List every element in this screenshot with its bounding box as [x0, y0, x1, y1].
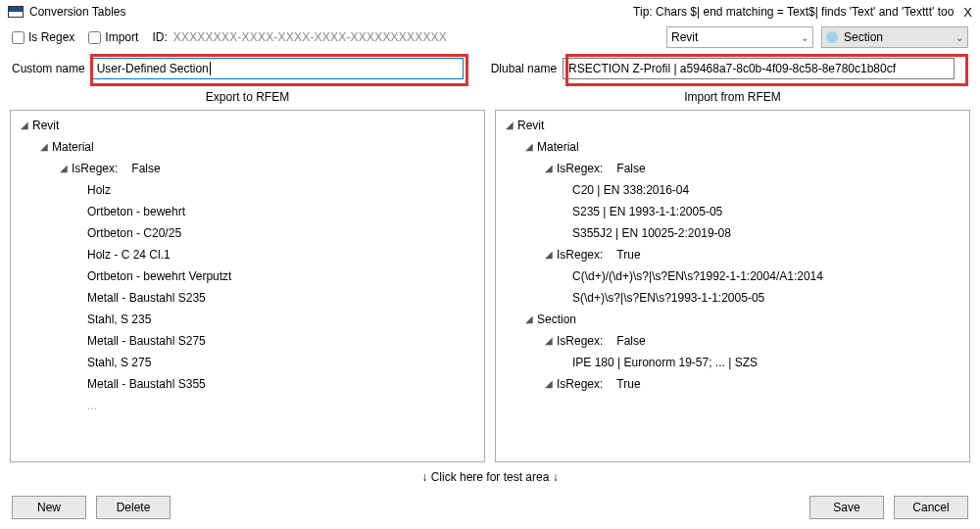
tree-leaf[interactable]: Ortbeton - bewehrt Verputzt: [17, 265, 478, 287]
tip-text: Tip: Chars $| end matching = Text$| find…: [633, 5, 954, 19]
import-checkbox[interactable]: Import: [88, 30, 138, 44]
app-icon: [8, 6, 24, 18]
dlubal-name-input[interactable]: RSECTION Z-Profil | a59468a7-8c0b-4f09-8…: [563, 58, 955, 79]
export-panel: Export to RFEM ◢Revit ◢Material ◢IsRegex…: [10, 86, 485, 462]
tree-leaf[interactable]: Metall - Baustahl S355: [17, 373, 478, 395]
tree-node-isregex-true-sec[interactable]: ◢IsRegex:True: [502, 373, 963, 395]
section-color-icon: [826, 31, 838, 43]
id-mask: XXXXXXXX-XXXX-XXXX-XXXX-XXXXXXXXXXXX: [173, 30, 447, 44]
type-combo-value: Section: [844, 30, 883, 44]
is-regex-checkbox[interactable]: Is Regex: [12, 30, 74, 44]
type-combo[interactable]: Section ⌄: [821, 26, 968, 48]
tree-leaf[interactable]: S355J2 | EN 10025-2:2019-08: [502, 222, 963, 244]
dlubal-name-value: RSECTION Z-Profil | a59468a7-8c0b-4f09-8…: [568, 62, 896, 75]
tree-leaf[interactable]: Holz - C 24 Cl.1: [17, 244, 478, 265]
delete-button[interactable]: Delete: [96, 496, 171, 519]
tree-node-isregex-false-sec[interactable]: ◢IsRegex:False: [502, 330, 963, 352]
new-button[interactable]: New: [12, 496, 86, 519]
export-panel-title: Export to RFEM: [10, 86, 485, 110]
dlubal-name-label: Dlubal name: [491, 62, 557, 75]
app-combo-value: Revit: [671, 30, 698, 44]
tree-leaf[interactable]: ...: [17, 395, 478, 416]
chevron-down-icon: ⌄: [801, 32, 808, 43]
tree-node-isregex-false[interactable]: ◢IsRegex:False: [502, 158, 963, 179]
tree-leaf[interactable]: S235 | EN 1993-1-1:2005-05: [502, 201, 963, 222]
titlebar: Conversion Tables Tip: Chars $| end matc…: [0, 0, 980, 24]
tree-node-root[interactable]: ◢Revit: [17, 115, 478, 136]
import-tree[interactable]: ◢Revit ◢Material ◢IsRegex:False C20 | EN…: [495, 110, 970, 462]
close-icon[interactable]: X: [963, 5, 972, 20]
custom-name-value: User-Defined Section: [97, 62, 211, 75]
save-button[interactable]: Save: [809, 496, 884, 519]
cancel-button[interactable]: Cancel: [894, 496, 968, 519]
import-label: Import: [105, 30, 138, 44]
app-combo[interactable]: Revit ⌄: [666, 26, 813, 48]
tree-leaf[interactable]: C20 | EN 338:2016-04: [502, 179, 963, 201]
options-row: Is Regex Import ID: XXXXXXXX-XXXX-XXXX-X…: [0, 24, 980, 51]
chevron-down-icon: ⌄: [956, 32, 963, 43]
import-panel-title: Import from RFEM: [495, 86, 970, 110]
tree-leaf[interactable]: Metall - Baustahl S235: [17, 287, 478, 309]
tree-node-material[interactable]: ◢Material: [17, 136, 478, 158]
tree-leaf[interactable]: Stahl, S 275: [17, 352, 478, 373]
tree-node-section[interactable]: ◢Section: [502, 309, 963, 330]
tree-node-material[interactable]: ◢Material: [502, 136, 963, 158]
id-label: ID:: [152, 30, 167, 44]
tree-leaf[interactable]: Holz: [17, 179, 478, 201]
tree-leaf[interactable]: IPE 180 | Euronorm 19-57; ... | SZS: [502, 352, 963, 373]
names-row: Custom name User-Defined Section Dlubal …: [0, 51, 980, 86]
tree-node-isregex-false[interactable]: ◢IsRegex:False: [17, 158, 478, 179]
tree-leaf[interactable]: Stahl, S 235: [17, 309, 478, 330]
export-tree[interactable]: ◢Revit ◢Material ◢IsRegex:False Holz Ort…: [10, 110, 485, 462]
import-panel: Import from RFEM ◢Revit ◢Material ◢IsReg…: [495, 86, 970, 462]
tree-leaf[interactable]: S(\d+)\s?|\s?EN\s?1993-1-1:2005-05: [502, 287, 963, 309]
tree-leaf[interactable]: Ortbeton - bewehrt: [17, 201, 478, 222]
tree-node-isregex-true[interactable]: ◢IsRegex:True: [502, 244, 963, 265]
tree-leaf[interactable]: Metall - Baustahl S275: [17, 330, 478, 352]
window-title: Conversion Tables: [29, 5, 126, 19]
is-regex-label: Is Regex: [28, 30, 74, 44]
tree-node-root[interactable]: ◢Revit: [502, 115, 963, 136]
custom-name-label: Custom name: [12, 62, 85, 75]
test-area-toggle[interactable]: ↓ Click here for test area ↓: [0, 462, 980, 492]
footer: New Delete Save Cancel: [0, 492, 980, 519]
tree-leaf[interactable]: Ortbeton - C20/25: [17, 222, 478, 244]
custom-name-input[interactable]: User-Defined Section: [91, 58, 464, 79]
tree-leaf[interactable]: C(\d+)/(\d+)\s?|\s?EN\s?1992-1-1:2004/A1…: [502, 265, 963, 287]
